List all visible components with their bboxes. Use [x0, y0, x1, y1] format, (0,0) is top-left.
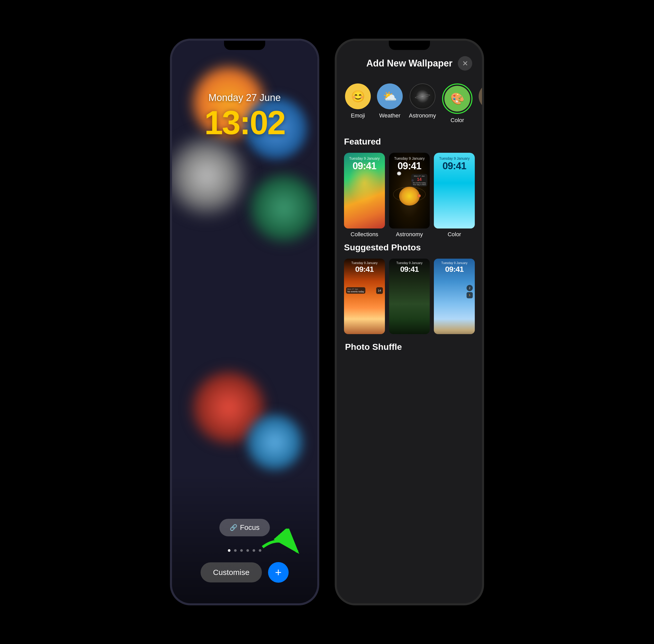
collections-wp-text: Tuesday 9 January 09:41 — [344, 153, 385, 171]
silent-switch-right[interactable] — [335, 92, 336, 108]
sunset-widget1: Mon 27 Jan No events today — [346, 287, 365, 294]
left-phone: Monday 27 June 13:02 🔗 Focus Customise + — [170, 39, 319, 605]
category-astronomy[interactable]: Astronomy — [409, 84, 436, 124]
right-phone: Add New Wallpaper ✕ 😊 Emoji ⛅ Weather — [335, 39, 484, 605]
color-selected-border: 🎨 — [442, 84, 472, 114]
featured-card-astronomy[interactable]: Tuesday 9 January 09:41 Mon 27 Jan 14 No… — [389, 153, 430, 238]
power-button-right[interactable] — [483, 113, 484, 139]
dot-3 — [240, 549, 243, 552]
lock-screen: Monday 27 June 13:02 🔗 Focus Customise + — [172, 41, 317, 603]
suggested-skyblue[interactable]: Tuesday 9 January 09:41 2 🏃 — [434, 259, 475, 335]
forest-time: 09:41 — [391, 265, 428, 274]
forest-date: Tuesday 9 January — [391, 261, 428, 265]
category-photos[interactable]: 🌅 — [478, 84, 482, 124]
color-wp-time: 09:41 — [437, 160, 472, 171]
astro-date: Tuesday 9 January — [392, 156, 427, 160]
photos-icon: 🌅 — [478, 84, 482, 109]
emoji-icon: 😊 — [345, 84, 371, 109]
volume-down-left[interactable] — [170, 139, 171, 159]
astro-time: 09:41 — [392, 160, 427, 171]
close-button[interactable]: ✕ — [458, 56, 472, 71]
sunset-time: 09:41 — [346, 265, 383, 274]
skyblue-text: Tuesday 9 January 09:41 — [434, 259, 475, 274]
volume-up-right[interactable] — [335, 113, 336, 134]
sunset-text: Tuesday 9 January 09:41 — [344, 259, 385, 274]
color-label: Color — [450, 117, 464, 124]
wallpaper-panel: Add New Wallpaper ✕ 😊 Emoji ⛅ Weather — [337, 41, 482, 603]
category-emoji[interactable]: 😊 Emoji — [345, 84, 371, 124]
dot-1 — [228, 549, 230, 552]
featured-title: Featured — [344, 137, 475, 146]
volume-up-left[interactable] — [170, 113, 171, 134]
panel-header: Add New Wallpaper ✕ — [344, 56, 475, 71]
notch-right — [389, 41, 430, 50]
category-color[interactable]: 🎨 Color — [442, 84, 472, 124]
collections-date: Tuesday 9 January — [347, 156, 382, 160]
focus-icon: 🔗 — [230, 524, 237, 531]
collections-label: Collections — [344, 231, 385, 238]
featured-card-color[interactable]: Tuesday 9 January 09:41 Color — [434, 153, 475, 238]
suggested-forest[interactable]: Tuesday 9 January 09:41 — [389, 259, 430, 335]
volume-down-right[interactable] — [335, 139, 336, 159]
calendar-widget: Mon 27 Jan 14 No events today Your day i… — [411, 174, 427, 186]
suggested-grid: Tuesday 9 January 09:41 Mon 27 Jan No ev… — [344, 259, 475, 335]
notch-left — [224, 41, 265, 50]
photo-shuffle-title: Photo Shuffle — [344, 342, 475, 352]
dot-2 — [234, 549, 237, 552]
color-wp-text: Tuesday 9 January 09:41 — [434, 153, 475, 171]
silent-switch[interactable] — [170, 92, 171, 108]
weather-label: Weather — [379, 112, 401, 119]
panel-title: Add New Wallpaper — [361, 58, 458, 69]
skyblue-widgets: 2 🏃 — [467, 285, 473, 298]
sunset-widget2: 14 — [376, 287, 383, 294]
lock-time: 13:02 — [205, 106, 285, 139]
color-wp-date: Tuesday 9 January — [437, 156, 472, 160]
category-row: 😊 Emoji ⛅ Weather Astronomy — [344, 84, 475, 124]
astro-icon — [410, 84, 436, 109]
green-arrow — [253, 529, 309, 575]
skyblue-date: Tuesday 9 January — [436, 261, 473, 265]
lock-date: Monday 27 June — [209, 92, 281, 103]
astro-label: Astronomy — [409, 112, 436, 119]
suggested-photos-title: Suggested Photos — [344, 243, 475, 252]
color-card-label: Color — [434, 231, 475, 238]
forest-text: Tuesday 9 January 09:41 — [389, 259, 430, 274]
astronomy-label: Astronomy — [389, 231, 430, 238]
weather-icon: ⛅ — [377, 84, 403, 109]
emoji-label: Emoji — [351, 112, 365, 119]
close-icon: ✕ — [462, 59, 468, 68]
category-weather[interactable]: ⛅ Weather — [377, 84, 403, 124]
skyblue-time: 09:41 — [436, 265, 473, 274]
collections-time: 09:41 — [347, 160, 382, 171]
featured-grid: Tuesday 9 January 09:41 Collections — [344, 153, 475, 238]
featured-card-collections[interactable]: Tuesday 9 January 09:41 Collections — [344, 153, 385, 238]
wallpaper-picker-screen: Add New Wallpaper ✕ 😊 Emoji ⛅ Weather — [337, 41, 482, 603]
power-button-left[interactable] — [318, 113, 319, 139]
suggested-sunset[interactable]: Tuesday 9 January 09:41 Mon 27 Jan No ev… — [344, 259, 385, 335]
dot-4 — [247, 549, 249, 552]
astro-wp-text: Tuesday 9 January 09:41 — [389, 153, 430, 171]
sunset-date: Tuesday 9 January — [346, 261, 383, 265]
color-icon: 🎨 — [444, 86, 470, 112]
